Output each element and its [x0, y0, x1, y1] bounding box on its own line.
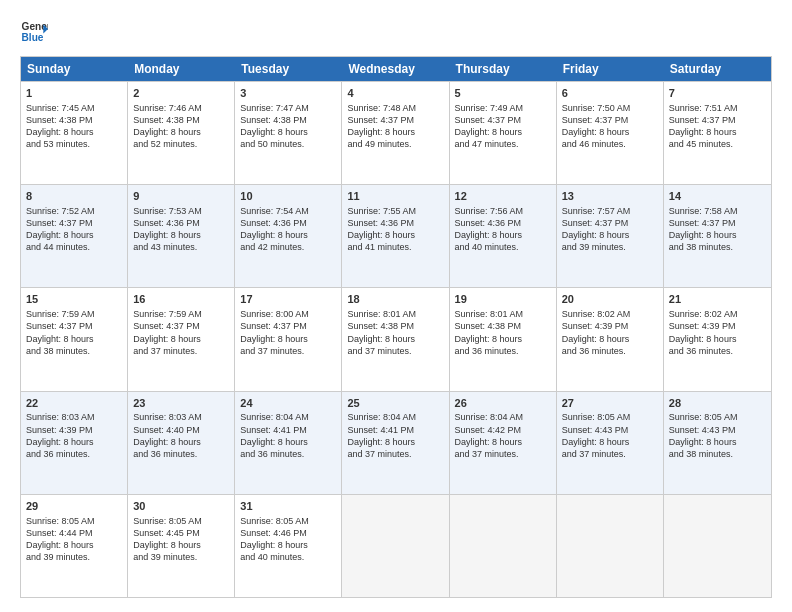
- day-info-line: Sunrise: 8:05 AM: [133, 515, 229, 527]
- day-number: 5: [455, 86, 551, 101]
- day-info-line: Sunrise: 7:56 AM: [455, 205, 551, 217]
- day-number: 26: [455, 396, 551, 411]
- svg-text:Blue: Blue: [22, 32, 44, 43]
- day-number: 12: [455, 189, 551, 204]
- day-info-line: and 52 minutes.: [133, 138, 229, 150]
- day-info-line: Sunset: 4:38 PM: [133, 114, 229, 126]
- day-info-line: and 40 minutes.: [455, 241, 551, 253]
- day-info-line: Sunset: 4:36 PM: [240, 217, 336, 229]
- day-info-line: Sunrise: 8:05 AM: [240, 515, 336, 527]
- day-info-line: Daylight: 8 hours: [455, 436, 551, 448]
- header-day-monday: Monday: [128, 57, 235, 81]
- day-info-line: Sunrise: 8:01 AM: [347, 308, 443, 320]
- table-row: 24Sunrise: 8:04 AMSunset: 4:41 PMDayligh…: [235, 392, 342, 494]
- day-info-line: Daylight: 8 hours: [562, 126, 658, 138]
- day-number: 30: [133, 499, 229, 514]
- day-info-line: Sunrise: 7:47 AM: [240, 102, 336, 114]
- day-info-line: Daylight: 8 hours: [347, 126, 443, 138]
- day-info-line: and 44 minutes.: [26, 241, 122, 253]
- table-row: 19Sunrise: 8:01 AMSunset: 4:38 PMDayligh…: [450, 288, 557, 390]
- day-number: 25: [347, 396, 443, 411]
- day-info-line: Daylight: 8 hours: [240, 333, 336, 345]
- day-number: 29: [26, 499, 122, 514]
- header-day-sunday: Sunday: [21, 57, 128, 81]
- day-info-line: and 37 minutes.: [133, 345, 229, 357]
- day-number: 10: [240, 189, 336, 204]
- day-info-line: Sunrise: 7:55 AM: [347, 205, 443, 217]
- day-info-line: Sunset: 4:43 PM: [669, 424, 766, 436]
- calendar-header: SundayMondayTuesdayWednesdayThursdayFrid…: [21, 57, 771, 81]
- table-row: [557, 495, 664, 597]
- day-info-line: Daylight: 8 hours: [669, 229, 766, 241]
- day-info-line: Sunrise: 7:52 AM: [26, 205, 122, 217]
- day-info-line: Sunset: 4:38 PM: [26, 114, 122, 126]
- table-row: 23Sunrise: 8:03 AMSunset: 4:40 PMDayligh…: [128, 392, 235, 494]
- calendar-row-4: 22Sunrise: 8:03 AMSunset: 4:39 PMDayligh…: [21, 391, 771, 494]
- day-number: 19: [455, 292, 551, 307]
- calendar-body: 1Sunrise: 7:45 AMSunset: 4:38 PMDaylight…: [21, 81, 771, 597]
- day-info-line: Sunset: 4:42 PM: [455, 424, 551, 436]
- day-info-line: and 43 minutes.: [133, 241, 229, 253]
- day-info-line: Sunset: 4:41 PM: [347, 424, 443, 436]
- day-info-line: and 50 minutes.: [240, 138, 336, 150]
- day-info-line: Sunrise: 8:03 AM: [26, 411, 122, 423]
- day-info-line: and 36 minutes.: [562, 345, 658, 357]
- table-row: 7Sunrise: 7:51 AMSunset: 4:37 PMDaylight…: [664, 82, 771, 184]
- day-info-line: and 38 minutes.: [669, 241, 766, 253]
- day-info-line: Sunrise: 7:49 AM: [455, 102, 551, 114]
- day-info-line: Sunset: 4:36 PM: [347, 217, 443, 229]
- day-info-line: Daylight: 8 hours: [133, 126, 229, 138]
- day-number: 31: [240, 499, 336, 514]
- day-number: 15: [26, 292, 122, 307]
- day-info-line: and 37 minutes.: [347, 448, 443, 460]
- day-info-line: Daylight: 8 hours: [347, 333, 443, 345]
- day-info-line: and 40 minutes.: [240, 551, 336, 563]
- day-info-line: Sunset: 4:37 PM: [669, 217, 766, 229]
- day-info-line: and 46 minutes.: [562, 138, 658, 150]
- day-number: 22: [26, 396, 122, 411]
- table-row: 17Sunrise: 8:00 AMSunset: 4:37 PMDayligh…: [235, 288, 342, 390]
- table-row: 18Sunrise: 8:01 AMSunset: 4:38 PMDayligh…: [342, 288, 449, 390]
- table-row: 22Sunrise: 8:03 AMSunset: 4:39 PMDayligh…: [21, 392, 128, 494]
- day-info-line: Sunset: 4:39 PM: [26, 424, 122, 436]
- day-info-line: Sunrise: 8:05 AM: [562, 411, 658, 423]
- day-info-line: Daylight: 8 hours: [240, 229, 336, 241]
- day-info-line: Daylight: 8 hours: [562, 333, 658, 345]
- day-info-line: Daylight: 8 hours: [669, 333, 766, 345]
- day-info-line: Daylight: 8 hours: [133, 436, 229, 448]
- day-info-line: Sunrise: 8:03 AM: [133, 411, 229, 423]
- day-number: 20: [562, 292, 658, 307]
- day-info-line: Daylight: 8 hours: [455, 229, 551, 241]
- day-info-line: Sunrise: 7:46 AM: [133, 102, 229, 114]
- table-row: 12Sunrise: 7:56 AMSunset: 4:36 PMDayligh…: [450, 185, 557, 287]
- day-info-line: Daylight: 8 hours: [26, 539, 122, 551]
- day-info-line: Sunset: 4:37 PM: [240, 320, 336, 332]
- table-row: 26Sunrise: 8:04 AMSunset: 4:42 PMDayligh…: [450, 392, 557, 494]
- day-info-line: and 36 minutes.: [455, 345, 551, 357]
- day-info-line: and 38 minutes.: [26, 345, 122, 357]
- table-row: 29Sunrise: 8:05 AMSunset: 4:44 PMDayligh…: [21, 495, 128, 597]
- day-info-line: Sunrise: 8:05 AM: [669, 411, 766, 423]
- table-row: [450, 495, 557, 597]
- day-info-line: and 39 minutes.: [133, 551, 229, 563]
- table-row: 10Sunrise: 7:54 AMSunset: 4:36 PMDayligh…: [235, 185, 342, 287]
- table-row: 16Sunrise: 7:59 AMSunset: 4:37 PMDayligh…: [128, 288, 235, 390]
- header-day-saturday: Saturday: [664, 57, 771, 81]
- day-info-line: and 39 minutes.: [26, 551, 122, 563]
- table-row: [664, 495, 771, 597]
- day-info-line: and 47 minutes.: [455, 138, 551, 150]
- day-info-line: and 36 minutes.: [26, 448, 122, 460]
- table-row: 2Sunrise: 7:46 AMSunset: 4:38 PMDaylight…: [128, 82, 235, 184]
- day-info-line: Sunset: 4:37 PM: [26, 217, 122, 229]
- day-info-line: and 53 minutes.: [26, 138, 122, 150]
- day-info-line: and 36 minutes.: [133, 448, 229, 460]
- day-number: 3: [240, 86, 336, 101]
- header-day-tuesday: Tuesday: [235, 57, 342, 81]
- day-info-line: Sunset: 4:39 PM: [562, 320, 658, 332]
- day-info-line: Sunset: 4:37 PM: [26, 320, 122, 332]
- day-info-line: Sunrise: 8:04 AM: [347, 411, 443, 423]
- day-info-line: Sunset: 4:43 PM: [562, 424, 658, 436]
- day-info-line: Sunset: 4:37 PM: [562, 217, 658, 229]
- table-row: 28Sunrise: 8:05 AMSunset: 4:43 PMDayligh…: [664, 392, 771, 494]
- day-info-line: Sunset: 4:37 PM: [669, 114, 766, 126]
